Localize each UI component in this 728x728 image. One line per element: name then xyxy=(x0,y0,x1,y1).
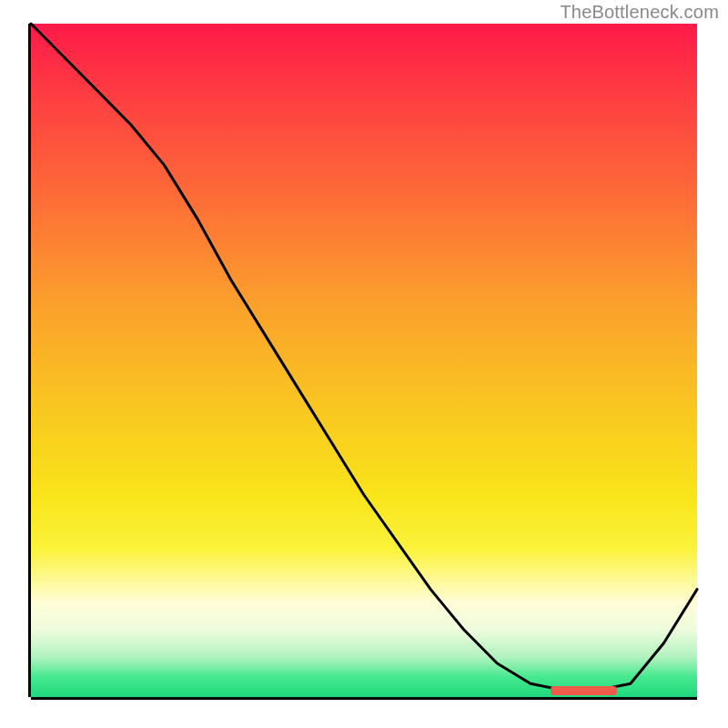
bottleneck-chart xyxy=(31,24,697,697)
x-axis xyxy=(31,697,697,700)
attribution-text: TheBottleneck.com xyxy=(560,2,719,23)
bottleneck-curve xyxy=(31,24,697,697)
optimal-range-marker xyxy=(551,686,617,695)
y-axis xyxy=(28,24,31,697)
